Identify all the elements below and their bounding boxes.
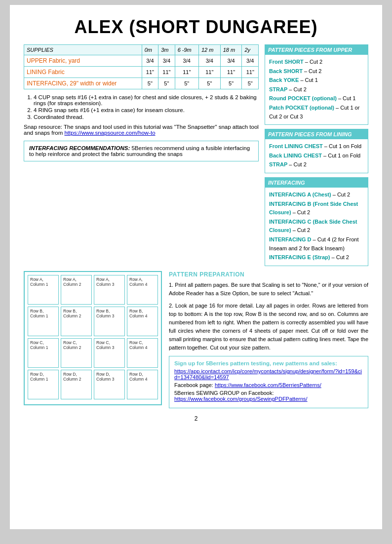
supply-value: 3/4 bbox=[142, 55, 158, 67]
note-item: Coordinated thread. bbox=[34, 114, 259, 120]
pattern-lining-item: Front LINING CHEST – Cut 1 on Fold bbox=[269, 142, 364, 151]
notes-section: 4 CUP snap sets #16 (+1 extra in case) f… bbox=[24, 94, 259, 120]
pattern-upper-item: Patch POCKET (optional) – Cut 1 or Cut 2… bbox=[269, 104, 364, 121]
interfacing-pieces-section: INTERFACING INTERFACING A (Chest) – Cut … bbox=[265, 177, 368, 266]
supply-value: 11" bbox=[142, 67, 158, 78]
page-title: ALEX (SHORT DUNGAREE) bbox=[24, 17, 368, 38]
snap-resource: Snap resource: The snaps and tool used i… bbox=[24, 124, 259, 136]
main-layout: SUPPLIES 0m 3m 6 -9m 12 m 18 m 2y UPPER … bbox=[24, 44, 368, 266]
notes-list: 4 CUP snap sets #16 (+1 extra in case) f… bbox=[34, 94, 259, 120]
grid-cell: Row A, Column 1 bbox=[28, 275, 59, 305]
pattern-lining-header: PATTERN PIECES FROM LINING bbox=[265, 129, 368, 139]
grid-cell: Row D, Column 3 bbox=[94, 370, 125, 399]
supply-value: 11" bbox=[220, 67, 242, 78]
pattern-upper-body: Front SHORT – Cut 2Back SHORT – Cut 2Bac… bbox=[265, 55, 368, 124]
pattern-prep-para2: 2. Look at page 16 for more detail. Lay … bbox=[169, 302, 368, 352]
grid-row: Row B, Column 1Row B, Column 2Row B, Col… bbox=[28, 307, 158, 336]
interfacing-recommendations-box: INTERFACING RECOMMENDATIONS: 5Berries re… bbox=[24, 141, 259, 161]
grid-cell: Row B, Column 3 bbox=[94, 307, 125, 336]
col-header-2y: 2y bbox=[242, 45, 259, 55]
supply-value: 5" bbox=[220, 78, 242, 89]
facebook-link[interactable]: https://www.facebook.com/5BerriesPattern… bbox=[215, 382, 321, 388]
grid-cell: Row B, Column 1 bbox=[28, 307, 59, 336]
grid-cell: Row A, Column 4 bbox=[127, 275, 158, 305]
supply-label: INTERFACING, 29" width or wider bbox=[24, 78, 142, 89]
supplies-table: SUPPLIES 0m 3m 6 -9m 12 m 18 m 2y UPPER … bbox=[24, 44, 259, 89]
interfacing-label: INTERFACING RECOMMENDATIONS: bbox=[29, 145, 130, 151]
pattern-pieces-upper-section: PATTERN PIECES FROM UPPER Front SHORT – … bbox=[265, 44, 368, 125]
pattern-pieces-lining-section: PATTERN PIECES FROM LINING Front LINING … bbox=[265, 129, 368, 173]
group-link[interactable]: https://www.facebook.com/groups/SewingPD… bbox=[174, 396, 308, 402]
grid-cell: Row D, Column 4 bbox=[127, 370, 158, 399]
supply-label: UPPER Fabric, yard bbox=[24, 55, 142, 67]
col-header-12m: 12 m bbox=[198, 45, 220, 55]
col-header-supplies: SUPPLIES bbox=[24, 45, 142, 55]
signup-box: Sign up for 5Berries pattern testing, ne… bbox=[169, 356, 368, 408]
grid-cell: Row C, Column 1 bbox=[28, 338, 59, 368]
pattern-prep-para1: 1. Print all pattern pages. Be sure that… bbox=[169, 281, 368, 298]
pattern-upper-item: STRAP – Cut 2 bbox=[269, 85, 364, 94]
grid-row: Row A, Column 1Row A, Column 2Row A, Col… bbox=[28, 275, 158, 305]
supply-label: LINING Fabric bbox=[24, 67, 142, 78]
interfacing-item: INTERFACING B (Front Side Chest Closure)… bbox=[269, 200, 364, 217]
supply-value: 3/4 bbox=[158, 55, 175, 67]
grid-cell: Row B, Column 2 bbox=[61, 307, 92, 336]
pattern-prep-title: PATTERN PREPARATION bbox=[169, 271, 368, 278]
supply-value: 3/4 bbox=[198, 55, 220, 67]
signup-link[interactable]: https://app.icontact.com/icp/core/mycont… bbox=[174, 368, 362, 380]
pattern-upper-item: Front SHORT – Cut 2 bbox=[269, 58, 364, 67]
grid-row: Row D, Column 1Row D, Column 2Row D, Col… bbox=[28, 370, 158, 399]
grid-cell: Row A, Column 3 bbox=[94, 275, 125, 305]
col-header-6-9m: 6 -9m bbox=[175, 45, 198, 55]
grid-cell: Row D, Column 1 bbox=[28, 370, 59, 399]
supply-value: 3/4 bbox=[242, 55, 259, 67]
note-item: 4 RING snap sets #16 (+1 extra in case) … bbox=[34, 107, 259, 113]
pattern-lining-item: STRAP – Cut 2 bbox=[269, 160, 364, 169]
page: ALEX (SHORT DUNGAREE) SUPPLIES 0m 3m 6 -… bbox=[10, 5, 382, 529]
supply-value: 3/4 bbox=[220, 55, 242, 67]
grid-cell: Row B, Column 4 bbox=[127, 307, 158, 336]
col-header-18m: 18 m bbox=[220, 45, 242, 55]
supply-value: 11" bbox=[158, 67, 175, 78]
snap-resource-link[interactable]: https://www.snapsource.com/how-to bbox=[64, 130, 155, 136]
interfacing-item: INTERFACING A (Chest) – Cut 2 bbox=[269, 191, 364, 199]
supply-value: 5" bbox=[175, 78, 198, 89]
interfacing-item: INTERFACING D – Cut 4 (2 for Front Insea… bbox=[269, 235, 364, 253]
interfacing-header: INTERFACING bbox=[265, 178, 368, 188]
grid-cell: Row D, Column 2 bbox=[61, 370, 92, 399]
pattern-upper-header: PATTERN PIECES FROM UPPER bbox=[265, 45, 368, 55]
supply-value: 11" bbox=[198, 67, 220, 78]
pattern-grid-container: Row A, Column 1Row A, Column 2Row A, Col… bbox=[24, 271, 162, 405]
pattern-lining-item: Back LINING CHEST – Cut 1 on Fold bbox=[269, 152, 364, 160]
supply-value: 5" bbox=[158, 78, 175, 89]
page-number: 2 bbox=[24, 415, 368, 422]
signup-title: Sign up for 5Berries pattern testing, ne… bbox=[174, 360, 363, 366]
supply-value: 5" bbox=[142, 78, 158, 89]
pattern-prep-area: PATTERN PREPARATION 1. Print all pattern… bbox=[169, 271, 368, 408]
interfacing-body: INTERFACING A (Chest) – Cut 2INTERFACING… bbox=[265, 188, 368, 266]
col-header-0m: 0m bbox=[142, 45, 158, 55]
pattern-upper-item: Back YOKE – Cut 1 bbox=[269, 76, 364, 85]
grid-cell: Row C, Column 3 bbox=[94, 338, 125, 368]
facebook-label: Facebook page: bbox=[174, 382, 215, 388]
supply-value: 3/4 bbox=[175, 55, 198, 67]
supply-value: 11" bbox=[242, 67, 259, 78]
grid-row: Row C, Column 1Row C, Column 2Row C, Col… bbox=[28, 338, 158, 368]
supply-value: 5" bbox=[242, 78, 259, 89]
right-column: PATTERN PIECES FROM UPPER Front SHORT – … bbox=[265, 44, 368, 266]
pattern-upper-item: Round POCKET (optional) – Cut 1 bbox=[269, 94, 364, 103]
interfacing-item: INTERFACING E (Strap) – Cut 2 bbox=[269, 253, 364, 262]
pattern-grid-area: Row A, Column 1Row A, Column 2Row A, Col… bbox=[24, 271, 162, 408]
col-header-3m: 3m bbox=[158, 45, 175, 55]
grid-cell: Row C, Column 4 bbox=[127, 338, 158, 368]
grid-cell: Row A, Column 2 bbox=[61, 275, 92, 305]
interfacing-item: INTERFACING C (Back Side Chest Closure) … bbox=[269, 218, 364, 235]
supply-value: 5" bbox=[198, 78, 220, 89]
grid-cell: Row C, Column 2 bbox=[61, 338, 92, 368]
bottom-layout: Row A, Column 1Row A, Column 2Row A, Col… bbox=[24, 271, 368, 408]
pattern-upper-item: Back SHORT – Cut 2 bbox=[269, 67, 364, 76]
supply-value: 11" bbox=[175, 67, 198, 78]
group-label: 5Berries SEWING GROUP on Facebook: bbox=[174, 390, 274, 396]
note-item: 4 CUP snap sets #16 (+1 extra in case) f… bbox=[34, 94, 259, 106]
pattern-lining-body: Front LINING CHEST – Cut 1 on FoldBack L… bbox=[265, 139, 368, 173]
